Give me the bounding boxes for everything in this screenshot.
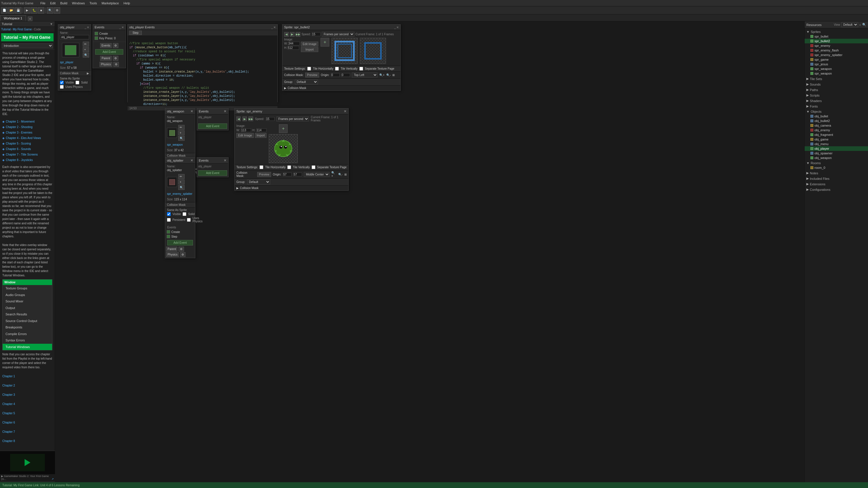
tree-obj-weapon[interactable]: obj_weapon (805, 156, 868, 160)
tree-spr-enemy[interactable]: spr_enemy (805, 43, 868, 48)
tree-objects-header[interactable]: ▼ Objects (805, 109, 868, 114)
chapter-5-link[interactable]: Chapter 5 - Scoring (6, 141, 31, 146)
tree-notes-header[interactable]: ▶ Notes (805, 170, 868, 175)
video-ch1[interactable]: Chapter 1 (2, 374, 52, 379)
spr-enemy-sep-tex[interactable] (312, 165, 315, 169)
spr-enemy-zoom-out[interactable]: 🔍- (338, 173, 343, 176)
obj-weapon-close[interactable]: ✕ (190, 109, 193, 113)
resources-view-select[interactable]: Default (841, 22, 858, 27)
tree-spr-bullet2[interactable]: spr_bullet2 (805, 39, 868, 43)
save-btn[interactable]: 💾 (15, 7, 22, 13)
fit-icon[interactable]: ⊞ (392, 73, 395, 76)
weapon-new-sprite[interactable]: + (178, 130, 185, 135)
menu-output[interactable]: Output (3, 305, 52, 312)
spr-enemy-preview[interactable]: Preview (257, 172, 271, 177)
workspace-tab[interactable]: Workspace 1 (0, 15, 26, 21)
tree-spr-enemy-splatter[interactable]: spr_enemy_splatter (805, 53, 868, 57)
splatter-edit-sprite[interactable]: ✏ (178, 174, 185, 179)
events-parent-btn[interactable]: ⚙ (113, 43, 118, 48)
menu-edit[interactable]: Edit (48, 1, 58, 5)
chapter-1-link[interactable]: Chapter 1 - Movement (6, 119, 35, 124)
run-btn[interactable]: ▶ (24, 7, 30, 13)
breadcrumb-tutorial[interactable]: Tutorial (1, 28, 11, 31)
tree-obj-enemy[interactable]: obj_enemy (805, 128, 868, 132)
events-add-btn[interactable]: Events (100, 43, 112, 48)
video-ch3[interactable]: Chapter 3 (2, 392, 52, 397)
code-area[interactable]: //fire special weapon button if (mouse_c… (128, 36, 277, 106)
sprite-prev-btn[interactable]: ◀ (284, 32, 289, 37)
splatter-search-sprite[interactable]: 🔍 (178, 185, 185, 190)
weapon-events-close[interactable]: ✕ (224, 109, 226, 113)
obj-player-close[interactable]: ✕ (87, 26, 89, 29)
splatter-visible-check[interactable] (167, 212, 171, 216)
tree-obj-player[interactable]: obj_player (805, 146, 868, 151)
open-btn[interactable]: 📂 (8, 7, 14, 13)
sprite-width-input[interactable] (288, 42, 300, 45)
chapter-8-link[interactable]: Chapter 8 - Joysticks (6, 158, 33, 162)
event-keypress[interactable]: Key Press: 0 (94, 36, 124, 40)
parent-gear[interactable]: ⚙ (113, 56, 118, 61)
physics-btn[interactable]: Physics (99, 62, 112, 67)
menu-source-control[interactable]: Source Control Output (3, 318, 52, 324)
tree-obj-bullet2[interactable]: obj_bullet2 (805, 119, 868, 123)
menu-compile-errors[interactable]: Compile Errors (3, 331, 52, 337)
splatter-step-event[interactable]: Step (166, 234, 194, 239)
menu-build[interactable]: Build (58, 1, 69, 5)
spr-enemy-import[interactable]: Import (255, 133, 267, 138)
spr-enemy-prev[interactable]: ◀ (237, 117, 241, 121)
chapter-3-link[interactable]: Chapter 3 - Enemies (6, 130, 32, 135)
tree-sounds-header[interactable]: ▶ Sounds (805, 82, 868, 87)
weapon-search-sprite[interactable]: 🔍 (178, 136, 185, 141)
tree-paths-header[interactable]: ▶ Paths (805, 87, 868, 92)
chapter-4-link[interactable]: Chapter 4 - Eles And Views (6, 136, 41, 140)
chapter-2-link[interactable]: Chapter 2 - Shooting (6, 125, 32, 130)
spr-enemy-fps-select[interactable]: Frames per second (276, 117, 309, 122)
splatter-parent-gear[interactable]: ⚙ (179, 247, 184, 252)
tree-spr-bullet[interactable]: spr_bullet (805, 34, 868, 39)
add-tab-btn[interactable]: + (28, 17, 32, 21)
tree-fonts-header[interactable]: ▶ Fonts (805, 104, 868, 109)
tree-obj-bullet[interactable]: obj_bullet (805, 114, 868, 119)
menu-marketplace[interactable]: Marketplace (99, 1, 121, 5)
video-ch4[interactable]: Chapter 4 (2, 401, 52, 406)
group-select[interactable]: Default (295, 79, 318, 85)
menu-tutorial-windows[interactable]: Tutorial Windows (3, 344, 52, 350)
sprite-next-btn[interactable]: ▶▶ (296, 32, 300, 37)
tree-rooms-header[interactable]: ▼ Rooms (805, 161, 868, 165)
menu-syntax-errors[interactable]: Syntax Errors (3, 337, 52, 344)
tile-horiz-check[interactable] (307, 67, 311, 70)
obj-player-new-sprite[interactable]: + (83, 47, 89, 52)
splatter-create-event[interactable]: Create (166, 230, 194, 234)
tree-obj-fragment[interactable]: obj_fragment (805, 132, 868, 137)
spr-enemy-speed-input[interactable] (266, 117, 275, 121)
tree-obj-camera[interactable]: obj_camera (805, 123, 868, 128)
splatter-physics-btn[interactable]: Physics (166, 252, 179, 257)
spr-enemy-add-frame[interactable]: + (279, 124, 288, 133)
tree-files-header[interactable]: ▶ Included Files (805, 176, 868, 181)
tree-sprites-header[interactable]: ▼ Sprites (805, 30, 868, 34)
splatter-add-event-action[interactable]: Add Event (198, 170, 227, 176)
menu-tools[interactable]: Tools (87, 1, 99, 5)
tree-spr-enemy-flash[interactable]: spr_enemy_flash (805, 48, 868, 53)
code-tab-step[interactable]: Step (129, 31, 142, 35)
splatter-solid-check[interactable] (183, 212, 186, 216)
weapon-add-event-action[interactable]: Add Event (198, 124, 227, 129)
weapon-edit-sprite[interactable]: ✏ (178, 125, 185, 130)
resources-search-icon[interactable]: 🔍 (862, 23, 866, 27)
zoom-out-icon[interactable]: 🔍- (386, 73, 391, 76)
tree-spr-jesus[interactable]: spr_jesus (805, 62, 868, 66)
spr-enemy-tile-v[interactable] (287, 165, 291, 169)
obj-player-name-input[interactable] (60, 35, 89, 39)
chapter-7-link[interactable]: Chapter 7 - Title Screens (6, 152, 38, 157)
tree-obj-spawner[interactable]: obj_spawner (805, 151, 868, 156)
tree-obj-menu[interactable]: obj_menu (805, 142, 868, 146)
obj-player-sprite-ref[interactable]: spr_player (60, 61, 73, 64)
spr-enemy-group-select[interactable]: Default (247, 180, 270, 185)
event-create[interactable]: Create (94, 31, 124, 36)
add-event-btn[interactable]: Add Event (95, 49, 123, 55)
tree-shaders-header[interactable]: ▶ Shaders (805, 98, 868, 103)
origin-preset-select[interactable]: Top Left Middle Center (352, 72, 378, 77)
chapter-6-link[interactable]: Chapter 6 - Sounds (6, 147, 31, 152)
spr-enemy-w-input[interactable] (241, 128, 251, 132)
menu-search-results[interactable]: Search Results (3, 311, 52, 318)
